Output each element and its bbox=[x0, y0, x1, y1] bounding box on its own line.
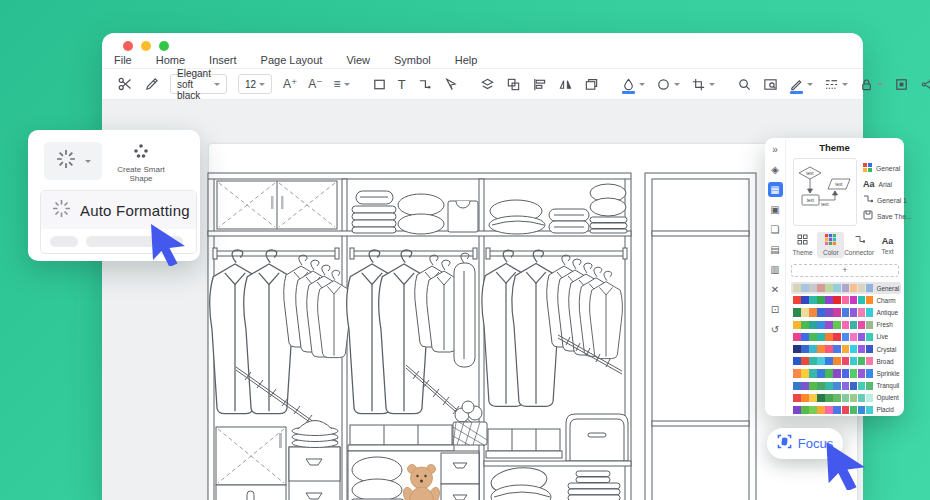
palette-row-general[interactable]: General bbox=[791, 282, 901, 294]
palette-row-live[interactable]: Live bbox=[791, 331, 901, 343]
preview-node-label: text bbox=[835, 182, 843, 187]
app-window: FileHomeInsertPage LayoutViewSymbolHelp … bbox=[102, 33, 863, 500]
dropdown-caret bbox=[639, 83, 645, 89]
dropdown-caret bbox=[85, 160, 91, 166]
auto-format-tool-button[interactable] bbox=[44, 142, 102, 180]
save-theme[interactable]: Save The... bbox=[863, 208, 903, 224]
zoom-button[interactable] bbox=[737, 77, 752, 92]
palette-row-broad[interactable]: Broad bbox=[791, 355, 901, 367]
line-color-button[interactable] bbox=[789, 77, 813, 92]
preview-connector-label: text bbox=[821, 202, 829, 207]
layers-button[interactable] bbox=[480, 77, 495, 92]
line-color-icon bbox=[789, 77, 804, 92]
fill-style-icon[interactable]: ◈ bbox=[768, 162, 783, 177]
palette-row-crystal[interactable]: Crystal bbox=[791, 343, 901, 355]
connection-points-button[interactable] bbox=[920, 77, 930, 92]
smart-shape-icon bbox=[133, 143, 149, 163]
crop-button[interactable] bbox=[691, 77, 715, 92]
lock-icon bbox=[859, 77, 874, 92]
line-style-button[interactable] bbox=[824, 77, 848, 92]
palette-name: Sprinkle bbox=[876, 370, 899, 377]
theme-icon[interactable]: ▦ bbox=[768, 182, 783, 197]
text-tab-icon: Aa bbox=[882, 236, 894, 246]
tab-connector[interactable]: Connector bbox=[846, 232, 873, 258]
wardrobe-diagram[interactable] bbox=[205, 145, 763, 500]
menu-item-insert[interactable]: Insert bbox=[209, 54, 237, 66]
history-icon[interactable]: ↺ bbox=[768, 322, 783, 337]
palette-row-opulent[interactable]: Opulent bbox=[791, 392, 901, 404]
line-style-icon bbox=[824, 77, 839, 92]
palette-list: GeneralCharmAntiqueFreshLiveCrystalBroad… bbox=[791, 282, 901, 416]
outline-icon[interactable]: ▥ bbox=[768, 262, 783, 277]
menu-item-page-layout[interactable]: Page Layout bbox=[261, 54, 323, 66]
crop-icon bbox=[691, 77, 706, 92]
fill-color-button[interactable] bbox=[621, 77, 645, 92]
traffic-light-dot[interactable] bbox=[159, 41, 169, 51]
frame-button[interactable] bbox=[584, 77, 599, 92]
zoom-region-icon bbox=[763, 77, 778, 92]
shape-style-icon bbox=[656, 77, 671, 92]
panel-icon-strip: »◈▦▣❏▤▥✕⊡↺ bbox=[765, 140, 786, 414]
theme-font[interactable]: Aa Arial bbox=[863, 176, 903, 192]
bottom-left-cabinet bbox=[216, 427, 286, 500]
text-tool-button[interactable]: T bbox=[398, 77, 406, 92]
presentation-icon[interactable]: ⊡ bbox=[768, 302, 783, 317]
palette-row-fresh[interactable]: Fresh bbox=[791, 319, 901, 331]
font-family-select[interactable]: Elegant soft black bbox=[170, 74, 227, 94]
focus-mode-icon bbox=[894, 77, 909, 92]
connector-tool-button[interactable] bbox=[417, 77, 432, 92]
format-painter-button[interactable] bbox=[144, 77, 159, 92]
pointer-tool-button[interactable] bbox=[443, 77, 458, 92]
frame-icon bbox=[584, 77, 599, 92]
palette-row-tranquil[interactable]: Tranquil bbox=[791, 380, 901, 392]
decrease-font-button[interactable]: A⁻ bbox=[308, 77, 322, 91]
menu-item-view[interactable]: View bbox=[346, 54, 370, 66]
lock-button[interactable] bbox=[859, 77, 883, 92]
flip-button[interactable] bbox=[558, 77, 573, 92]
font-size-select[interactable]: 12 bbox=[238, 74, 272, 94]
cut-button[interactable] bbox=[117, 76, 133, 92]
palette-name: Placid bbox=[876, 406, 893, 413]
palette-row-antique[interactable]: Antique bbox=[791, 306, 901, 318]
menu-item-file[interactable]: File bbox=[114, 54, 132, 66]
layers-icon[interactable]: ❏ bbox=[768, 222, 783, 237]
theme-connector-style[interactable]: General 1 bbox=[863, 192, 903, 208]
collapse-panel-icon[interactable]: » bbox=[768, 142, 783, 157]
palette-row-charm[interactable]: Charm bbox=[791, 294, 901, 306]
menu-item-help[interactable]: Help bbox=[455, 54, 478, 66]
background-icon[interactable]: ▣ bbox=[768, 202, 783, 217]
palette-name: General bbox=[876, 285, 899, 292]
dropdown-caret bbox=[344, 83, 350, 89]
menu-item-symbol[interactable]: Symbol bbox=[394, 54, 431, 66]
window-titlebar bbox=[102, 33, 863, 52]
menu-item-home[interactable]: Home bbox=[156, 54, 185, 66]
align-icon: ≡ bbox=[334, 77, 341, 91]
tab-color[interactable]: Color bbox=[817, 232, 844, 258]
dropdown-caret bbox=[674, 83, 680, 89]
focus-mode-button[interactable] bbox=[894, 77, 909, 92]
tab-text[interactable]: Aa Text bbox=[874, 232, 901, 258]
palette-swatches bbox=[793, 333, 873, 341]
traffic-light-dot[interactable] bbox=[141, 41, 151, 51]
shape-tool-button[interactable] bbox=[372, 77, 387, 92]
traffic-light-dot[interactable] bbox=[123, 41, 133, 51]
text-align-button[interactable]: ≡ bbox=[334, 77, 350, 91]
pointer-icon bbox=[443, 77, 458, 92]
palette-row-sprinkle[interactable]: Sprinkle bbox=[791, 367, 901, 379]
notes-icon[interactable]: ▤ bbox=[768, 242, 783, 257]
expand-icon[interactable]: ✕ bbox=[768, 282, 783, 297]
connection-points-icon bbox=[920, 77, 930, 92]
group-button[interactable] bbox=[506, 77, 521, 92]
palette-row-placid[interactable]: Placid bbox=[791, 404, 901, 416]
format-painter-icon bbox=[144, 77, 159, 92]
create-smart-shape-button[interactable]: Create Smart Shape bbox=[112, 140, 170, 184]
align-objects-button[interactable] bbox=[532, 77, 547, 92]
shape-style-button[interactable] bbox=[656, 77, 680, 92]
palette-swatches bbox=[793, 284, 873, 292]
increase-font-button[interactable]: A⁺ bbox=[283, 77, 297, 91]
zoom-region-button[interactable] bbox=[763, 77, 778, 92]
add-palette-button[interactable]: + bbox=[791, 264, 899, 277]
canvas-area[interactable] bbox=[102, 100, 863, 500]
theme-color-scheme[interactable]: General bbox=[863, 160, 903, 176]
tab-theme[interactable]: Theme bbox=[789, 232, 816, 258]
